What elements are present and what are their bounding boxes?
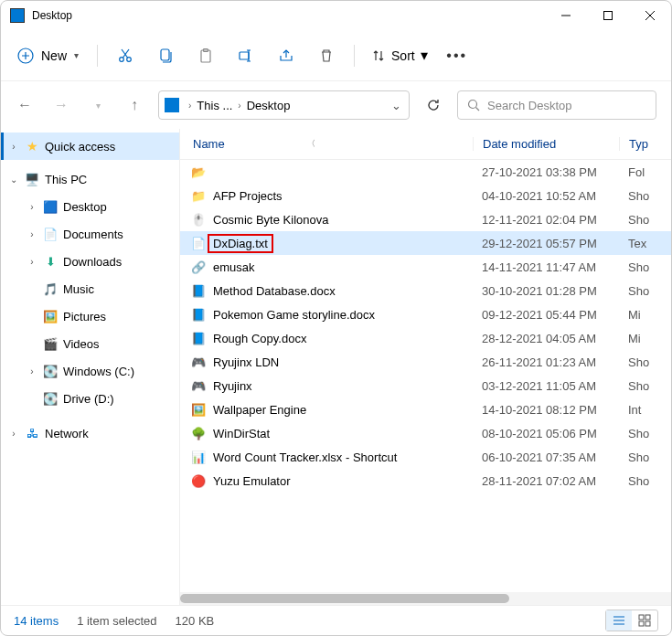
- up-button[interactable]: ↑: [122, 92, 147, 118]
- breadcrumb-seg[interactable]: Desktop: [247, 99, 291, 112]
- cut-button[interactable]: [107, 37, 144, 74]
- file-row[interactable]: 📂27-10-2021 03:38 PMFol: [180, 160, 671, 184]
- item-count: 14 items: [14, 614, 59, 628]
- svg-rect-24: [639, 615, 644, 620]
- file-row[interactable]: 🎮Ryujinx LDN26-11-2021 01:23 AMSho: [180, 350, 671, 374]
- window-controls: [545, 1, 671, 30]
- file-row[interactable]: 📘Pokemon Game storyline.docx09-12-2021 0…: [180, 302, 671, 326]
- column-type[interactable]: Typ: [619, 137, 671, 151]
- recent-chevron[interactable]: ▾: [85, 92, 111, 118]
- forward-button[interactable]: →: [48, 92, 74, 118]
- file-icon: 📁: [191, 188, 206, 203]
- downloads-icon: ⬇: [43, 254, 58, 269]
- sidebar-label: Desktop: [63, 200, 107, 214]
- file-row[interactable]: 🎮Ryujinx03-12-2021 11:05 AMSho: [180, 374, 671, 398]
- window-title: Desktop: [32, 9, 72, 22]
- delete-button[interactable]: [308, 37, 345, 74]
- file-modified: 28-12-2021 04:05 AM: [473, 332, 619, 345]
- documents-icon: 📄: [43, 227, 58, 241]
- horizontal-scrollbar[interactable]: [180, 592, 671, 605]
- chevron-down-icon: ▾: [421, 47, 428, 64]
- sort-icon: [371, 48, 386, 63]
- file-row[interactable]: 🔴Yuzu Emulator28-11-2021 07:02 AMSho: [180, 469, 671, 493]
- icons-view-button[interactable]: [632, 610, 657, 631]
- breadcrumb[interactable]: › This ... › Desktop ⌄: [158, 90, 410, 120]
- rename-button[interactable]: [228, 37, 264, 74]
- file-row[interactable]: 📘Method Database.docx30-10-2021 01:28 PM…: [180, 279, 671, 302]
- file-type: Sho: [619, 355, 671, 369]
- svg-rect-1: [604, 12, 613, 20]
- file-icon: 🎮: [191, 378, 206, 393]
- sidebar-item-drive-d[interactable]: 💽 Drive (D:): [1, 385, 179, 412]
- file-row[interactable]: 📁AFP Projects04-10-2021 10:52 AMSho: [180, 184, 671, 207]
- svg-point-8: [127, 57, 132, 61]
- star-icon: ★: [25, 139, 39, 154]
- file-type: Fol: [619, 165, 671, 179]
- file-type: Sho: [619, 450, 671, 464]
- sidebar-item-videos[interactable]: 🎬 Videos: [1, 330, 179, 357]
- sidebar-label: Music: [63, 282, 94, 296]
- file-name: Yuzu Emulator: [213, 474, 291, 488]
- sort-button[interactable]: Sort ▾: [364, 41, 435, 69]
- sidebar-item-network[interactable]: › 🖧 Network: [1, 419, 179, 447]
- breadcrumb-seg[interactable]: This ...: [197, 99, 232, 112]
- plus-icon: [17, 48, 34, 64]
- toolbar: New ▾ Sort ▾ •••: [1, 30, 671, 81]
- paste-button[interactable]: [187, 37, 224, 74]
- separator: [354, 45, 355, 67]
- column-modified[interactable]: Date modified: [473, 137, 619, 151]
- chevron-right-icon: ›: [187, 101, 193, 111]
- search-input[interactable]: Search Desktop: [457, 90, 656, 120]
- sidebar-item-pictures[interactable]: 🖼️ Pictures: [1, 302, 179, 330]
- file-type: Sho: [619, 379, 671, 393]
- file-row[interactable]: 🌳WinDirStat08-10-2021 05:06 PMSho: [180, 421, 671, 445]
- file-row[interactable]: 📊Word Count Tracker.xlsx - Shortcut06-10…: [180, 445, 671, 469]
- videos-icon: 🎬: [43, 336, 58, 351]
- sidebar-item-desktop[interactable]: › 🟦 Desktop: [1, 193, 179, 220]
- close-button[interactable]: [629, 1, 671, 30]
- file-modified: 30-10-2021 01:28 PM: [473, 284, 619, 298]
- scrollbar-thumb[interactable]: [180, 594, 509, 603]
- file-rows: 📂27-10-2021 03:38 PMFol📁AFP Projects04-1…: [180, 160, 671, 493]
- minimize-button[interactable]: [545, 1, 587, 30]
- share-button[interactable]: [268, 37, 304, 74]
- file-row[interactable]: 📘Rough Copy.docx28-12-2021 04:05 AMMi: [180, 326, 671, 350]
- copy-button[interactable]: [147, 37, 184, 74]
- sidebar-item-music[interactable]: 🎵 Music: [1, 275, 179, 302]
- file-name: Method Database.docx: [213, 284, 336, 298]
- title-bar: Desktop: [1, 1, 671, 30]
- maximize-button[interactable]: [587, 1, 629, 30]
- file-row[interactable]: 📄DxDiag.txt29-12-2021 05:57 PMTex: [180, 231, 671, 255]
- file-row[interactable]: 🖱️Cosmic Byte Kilonova12-11-2021 02:04 P…: [180, 207, 671, 231]
- file-modified: 06-10-2021 07:35 AM: [473, 450, 619, 464]
- column-name[interactable]: Name〈: [180, 137, 473, 151]
- sidebar-item-quick-access[interactable]: › ★ Quick access: [1, 132, 179, 160]
- file-icon: 📊: [191, 450, 206, 464]
- file-icon: 📘: [191, 331, 206, 345]
- nav-row: ← → ▾ ↑ › This ... › Desktop ⌄ Search De…: [1, 81, 671, 129]
- svg-rect-27: [645, 621, 650, 626]
- file-name: WinDirStat: [213, 427, 270, 440]
- file-modified: 14-11-2021 11:47 AM: [473, 260, 619, 274]
- refresh-button[interactable]: [421, 92, 446, 118]
- sidebar-item-windows-c[interactable]: › 💽 Windows (C:): [1, 357, 179, 385]
- svg-rect-26: [639, 621, 644, 626]
- file-row[interactable]: 🔗emusak14-11-2021 11:47 AMSho: [180, 255, 671, 279]
- sidebar-item-downloads[interactable]: › ⬇ Downloads: [1, 248, 179, 275]
- svg-point-7: [120, 57, 124, 61]
- more-button[interactable]: •••: [439, 37, 475, 74]
- back-button[interactable]: ←: [12, 92, 37, 118]
- details-view-button[interactable]: [606, 610, 632, 631]
- file-type: Tex: [619, 237, 671, 250]
- svg-line-10: [122, 49, 128, 58]
- sidebar-item-this-pc[interactable]: ⌄ 🖥️ This PC: [1, 165, 179, 193]
- new-button[interactable]: New ▾: [8, 42, 88, 69]
- file-type: Sho: [619, 284, 671, 298]
- chevron-right-icon: ›: [27, 229, 37, 239]
- file-row[interactable]: 🖼️Wallpaper Engine14-10-2021 08:12 PMInt: [180, 398, 671, 421]
- pictures-icon: 🖼️: [43, 309, 58, 323]
- breadcrumb-expand[interactable]: ⌄: [384, 99, 409, 112]
- file-icon: 📄: [191, 236, 206, 250]
- chevron-right-icon: ›: [27, 366, 37, 376]
- sidebar-item-documents[interactable]: › 📄 Documents: [1, 220, 179, 248]
